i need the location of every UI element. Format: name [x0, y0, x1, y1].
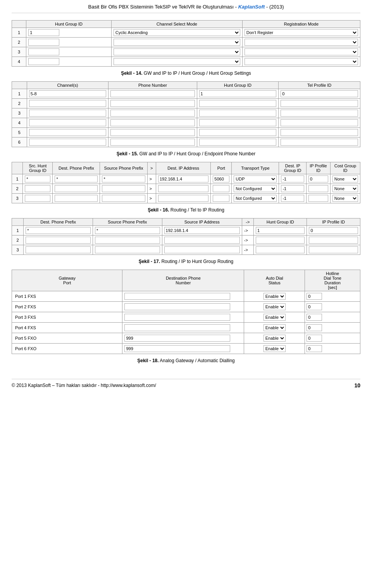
dest-input-6[interactable]: [124, 345, 230, 352]
phone-input-2[interactable]: [110, 100, 195, 107]
srchg-input-2[interactable]: [25, 185, 50, 192]
srcph-input-2[interactable]: [95, 237, 160, 244]
port-input-1[interactable]: [213, 175, 229, 182]
hgid-input-3[interactable]: [199, 110, 277, 117]
srcph-input-3[interactable]: [102, 195, 145, 202]
phone-input-5[interactable]: [110, 129, 195, 136]
srcip-input-1[interactable]: [164, 227, 240, 234]
srcph-input-3[interactable]: [95, 246, 160, 253]
phone-input-1[interactable]: [110, 90, 195, 97]
reg-select-1[interactable]: Don't Register: [245, 29, 358, 36]
reg-select-4[interactable]: [245, 58, 358, 65]
reg-select-3[interactable]: [245, 48, 358, 55]
telid-input-5[interactable]: [281, 129, 358, 136]
reg-select-2[interactable]: [245, 39, 358, 46]
destipg-input-2[interactable]: [281, 185, 304, 192]
ipprof-input-3[interactable]: [309, 246, 358, 253]
srcip-input-2[interactable]: [164, 237, 240, 244]
hgid-input-5[interactable]: [199, 129, 277, 136]
destph-input-2[interactable]: [55, 185, 98, 192]
srcph-input-1[interactable]: [102, 175, 145, 182]
cost-select-1[interactable]: None: [332, 175, 358, 182]
ch-input-3[interactable]: [29, 110, 107, 117]
hgid-input-6[interactable]: [199, 139, 277, 146]
auto-select-2[interactable]: Enable: [264, 303, 286, 310]
hg-input-3[interactable]: [256, 246, 305, 253]
telid-input-4[interactable]: [281, 119, 358, 126]
ipprof-input-1[interactable]: [308, 175, 328, 182]
phone-input-3[interactable]: [110, 110, 195, 117]
srcip-input-3[interactable]: [164, 246, 240, 253]
hotline-input-2[interactable]: [307, 303, 322, 310]
dest-input-2[interactable]: [124, 303, 230, 310]
ch-input-4[interactable]: [29, 119, 107, 126]
destph-input-3[interactable]: [26, 246, 91, 253]
telid-input-3[interactable]: [281, 110, 358, 117]
ch-input-2[interactable]: [29, 100, 107, 107]
hotline-input-4[interactable]: [307, 324, 322, 331]
hotline-input-6[interactable]: [307, 345, 322, 352]
auto-select-3[interactable]: Enable: [264, 314, 286, 321]
channel-select-2[interactable]: [114, 39, 240, 46]
destip-input-2[interactable]: [158, 185, 208, 192]
channel-select-3[interactable]: [114, 48, 240, 55]
hg-input-2[interactable]: [256, 237, 305, 244]
hgid-input-1[interactable]: [28, 29, 59, 36]
hotline-input-1[interactable]: [307, 293, 322, 300]
ipprof-input-3[interactable]: [308, 195, 328, 202]
phone-input-6[interactable]: [110, 139, 195, 146]
channel-select-4[interactable]: [114, 58, 240, 65]
srchg-input-3[interactable]: [25, 195, 50, 202]
ipprof-input-2[interactable]: [308, 185, 328, 192]
dest-input-5[interactable]: [124, 335, 230, 342]
trans-select-2[interactable]: Not Configured: [234, 185, 277, 192]
hgid-input-2[interactable]: [199, 100, 277, 107]
telid-input-2[interactable]: [281, 100, 358, 107]
ipprof-input-2[interactable]: [309, 237, 358, 244]
arrow-cell-3: ->: [242, 245, 253, 255]
destph-input-1[interactable]: [55, 175, 98, 182]
destip-input-1[interactable]: [158, 175, 208, 182]
ch-input-5[interactable]: [29, 129, 107, 136]
hgid-input-4[interactable]: [199, 119, 277, 126]
telid-input-6[interactable]: [281, 139, 358, 146]
ipprof-input-1[interactable]: [309, 227, 358, 234]
ch-input-1[interactable]: [29, 90, 107, 97]
cost-select-3[interactable]: None: [332, 195, 358, 202]
channel-select-1[interactable]: Cyclic Ascending: [114, 29, 240, 36]
hg-input-1[interactable]: [256, 227, 305, 234]
col-hotline: HotlineDial ToneDuration[sec]: [305, 270, 360, 291]
auto-select-4[interactable]: Enable: [264, 324, 286, 331]
destph-input-2[interactable]: [26, 237, 91, 244]
hotline-input-3[interactable]: [307, 314, 322, 321]
auto-select-5[interactable]: Enable: [264, 335, 286, 342]
destipg-input-3[interactable]: [281, 195, 304, 202]
col-num: [12, 82, 27, 89]
trans-select-3[interactable]: Not Configured: [234, 195, 277, 202]
destph-input-1[interactable]: [26, 227, 91, 234]
hgid-input-4[interactable]: [28, 58, 59, 65]
srcph-input-1[interactable]: [95, 227, 160, 234]
srcph-input-2[interactable]: [102, 185, 145, 192]
hgid-input-2[interactable]: [28, 39, 59, 46]
destipg-input-1[interactable]: [281, 175, 304, 182]
destph-input-3[interactable]: [55, 195, 98, 202]
hotline-input-5[interactable]: [307, 335, 322, 342]
hgid-input-3[interactable]: [28, 48, 59, 55]
dest-input-1[interactable]: [124, 293, 230, 300]
phone-input-4[interactable]: [110, 119, 195, 126]
trans-select-1[interactable]: UDP: [234, 175, 277, 182]
telid-input-1[interactable]: [281, 90, 358, 97]
ch-input-6[interactable]: [29, 139, 107, 146]
hgid-input-1[interactable]: [199, 90, 277, 97]
port-input-2[interactable]: [213, 185, 229, 192]
dest-input-4[interactable]: [124, 324, 230, 331]
port-input-3[interactable]: [213, 195, 229, 202]
auto-select-6[interactable]: Enable: [264, 345, 286, 352]
dest-input-3[interactable]: [124, 314, 230, 321]
destip-input-3[interactable]: [158, 195, 208, 202]
destip-cell-3: [156, 194, 210, 203]
srchg-input-1[interactable]: [25, 175, 50, 182]
cost-select-2[interactable]: None: [332, 185, 358, 192]
auto-select-1[interactable]: Enable: [264, 293, 286, 300]
